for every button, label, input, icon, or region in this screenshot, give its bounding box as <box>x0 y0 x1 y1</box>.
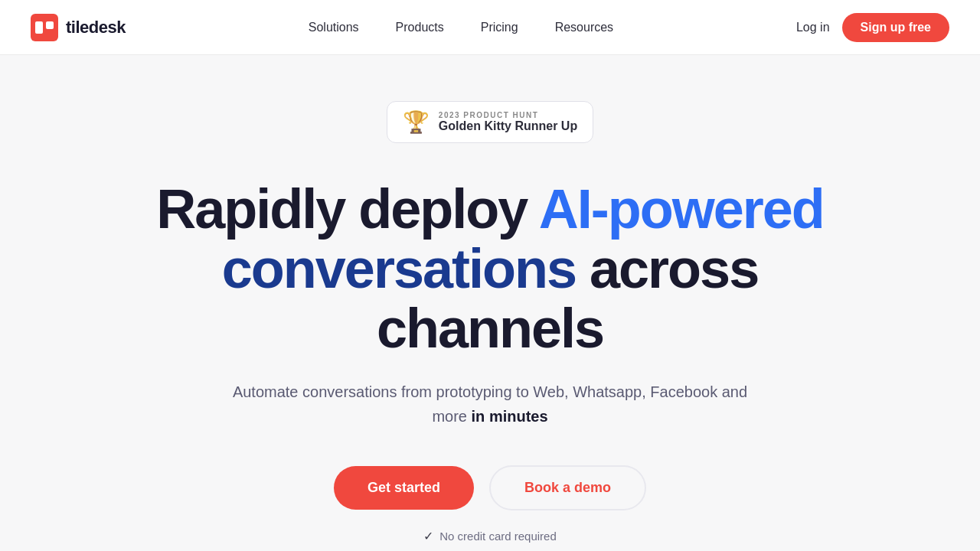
signup-button[interactable]: Sign up free <box>842 13 949 42</box>
subheadline-bold: in minutes <box>472 408 548 425</box>
logo-link[interactable]: tiledesk <box>31 14 126 41</box>
no-credit-card-notice: ✓ No credit card required <box>423 529 557 543</box>
headline-part3: conversations <box>222 238 576 299</box>
get-started-button[interactable]: Get started <box>334 466 474 510</box>
nav-products[interactable]: Products <box>381 15 459 41</box>
logo-text: tiledesk <box>66 18 126 37</box>
cta-buttons: Get started Book a demo <box>334 465 646 510</box>
navbar: tiledesk Solutions Products Pricing Reso… <box>0 0 980 55</box>
nav-right: Log in Sign up free <box>796 13 949 42</box>
logo-icon <box>31 14 58 41</box>
nav-resources[interactable]: Resources <box>540 15 629 41</box>
headline-part1: Rapidly deploy <box>156 178 538 240</box>
nav-solutions[interactable]: Solutions <box>293 15 374 41</box>
badge-year: 2023 PRODUCT HUNT <box>439 111 539 119</box>
nav-links: Solutions Products Pricing Resources <box>293 15 629 41</box>
book-demo-button[interactable]: Book a demo <box>489 465 646 510</box>
headline-part2: AI-powered <box>539 178 824 240</box>
hero-subheadline: Automate conversations from prototyping … <box>222 380 758 429</box>
nav-pricing[interactable]: Pricing <box>466 15 534 41</box>
trophy-icon: 🏆 <box>403 109 430 135</box>
login-link[interactable]: Log in <box>796 21 830 34</box>
product-hunt-badge: 🏆 2023 PRODUCT HUNT Golden Kitty Runner … <box>387 101 593 143</box>
svg-rect-2 <box>46 21 54 29</box>
badge-text: 2023 PRODUCT HUNT Golden Kitty Runner Up <box>439 111 577 133</box>
no-cc-text: No credit card required <box>439 530 557 543</box>
hero-section: 🏆 2023 PRODUCT HUNT Golden Kitty Runner … <box>0 55 980 551</box>
checkmark-icon: ✓ <box>423 529 433 543</box>
hero-headline: Rapidly deploy AI-powered conversations … <box>107 180 873 358</box>
badge-title: Golden Kitty Runner Up <box>439 119 577 133</box>
svg-rect-1 <box>35 21 43 34</box>
svg-rect-0 <box>31 14 58 41</box>
